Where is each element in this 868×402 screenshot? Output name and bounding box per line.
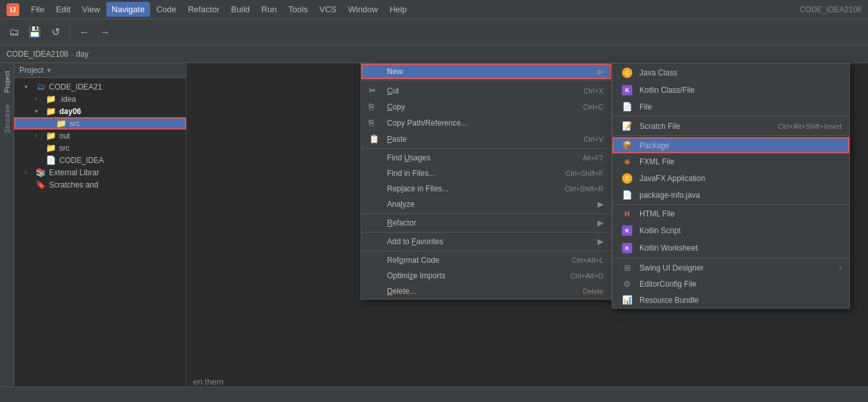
context-menu-right: C Java Class K Kotlin Class/File 📄 File … (612, 63, 850, 309)
ctx-replaceinfiles[interactable]: Replace in Files... Ctrl+Shift+R (361, 181, 611, 196)
ctx-replaceinfiles-label: Replace in Files... (387, 184, 448, 193)
ctx-package-icon: 📦 (620, 140, 634, 150)
breadcrumb-project[interactable]: CODE_IDEA2108 (6, 50, 68, 59)
tree-item-root[interactable]: ▾ 🗂 CODE_IDEA21 (14, 81, 186, 93)
src2-label: src (59, 144, 70, 153)
out-label: out (59, 131, 70, 140)
ctx-kotlinscript[interactable]: K Kotlin Script (612, 222, 849, 239)
ctx-editorconfig-icon: ⚙ (620, 279, 634, 289)
ctx-file-icon: 📄 (620, 102, 634, 111)
ctx-javafxapp-icon: C (620, 173, 634, 184)
tree-item-idea[interactable]: › 📁 .idea (14, 93, 186, 105)
ctx-paste[interactable]: 📋 Paste Ctrl+V (361, 131, 611, 147)
ctx-file[interactable]: 📄 File (612, 99, 849, 115)
ctx-reformatcode[interactable]: Reformat Code Ctrl+Alt+L (361, 253, 611, 268)
src2-folder-icon: 📁 (45, 143, 57, 153)
ctx-findinfiles[interactable]: Find in Files... Ctrl+Shift+F (361, 166, 611, 181)
ctx-kotlinclass[interactable]: K Kotlin Class/File (612, 81, 849, 99)
ctx-refactor[interactable]: Refactor ▶ (361, 215, 611, 231)
project-label: Project (19, 66, 43, 75)
menu-run[interactable]: Run (256, 2, 282, 17)
menu-edit[interactable]: Edit (51, 2, 75, 17)
menu-file[interactable]: File (26, 2, 50, 17)
menu-code[interactable]: Code (151, 2, 182, 17)
breadcrumb-module[interactable]: day (76, 50, 88, 59)
tree-item-scratches[interactable]: 🔖 Scratches and (14, 178, 186, 191)
ctx-replaceinfiles-shortcut: Ctrl+Shift+R (565, 185, 603, 193)
ctx-package[interactable]: 📦 Package (612, 137, 849, 153)
ctx-addtofav-label: Add to Favorites (387, 237, 443, 246)
window-title: CODE_IDEA2108 (800, 5, 862, 14)
ctx-findusages[interactable]: Find Usages Alt+F7 (361, 150, 611, 166)
tree-item-day06[interactable]: ▾ 📁 day06 (14, 105, 186, 117)
ctx-swingui[interactable]: ⊞ Swing UI Designer › (612, 260, 849, 276)
project-dropdown-icon[interactable]: ▾ (47, 66, 51, 75)
tree-arrow-day06: ▾ (35, 108, 45, 115)
tab-project[interactable]: Project (1, 66, 13, 98)
ctx-optimizeimports-label: Optimize Imports (387, 271, 446, 280)
idea-label: .idea (59, 95, 76, 104)
ctx-delete[interactable]: Delete... Delete (361, 283, 611, 299)
ctx-resourcebundle[interactable]: 📊 Resource Bundle (612, 292, 849, 308)
ctx-packageinfo-icon: 📄 (620, 190, 634, 200)
ctx-copypath-icon: ⎘ (369, 118, 382, 128)
tree-item-codeidea[interactable]: 📄 CODE_IDEA (14, 154, 186, 166)
breadcrumb: CODE_IDEA2108 › day (0, 45, 868, 63)
idea-folder-icon: 📁 (45, 94, 57, 104)
menu-build[interactable]: Build (226, 2, 255, 17)
ctx-analyze[interactable]: Analyze ▶ (361, 196, 611, 212)
toolbar-separator (70, 26, 70, 39)
ctx-new[interactable]: New ▶ (361, 64, 611, 79)
menu-refactor[interactable]: Refactor (183, 2, 225, 17)
ctx-addtofav[interactable]: Add to Favorites ▶ (361, 234, 611, 249)
ctx-optimizeimports[interactable]: Optimize Imports Ctrl+Alt+O (361, 268, 611, 283)
ctx-new-arrow: ▶ (598, 67, 603, 76)
save-button[interactable]: 💾 (26, 23, 44, 41)
tree-item-src-root[interactable]: 📁 src (14, 142, 186, 154)
ctx-kotlinworksheet-icon: K (620, 242, 634, 253)
ctx-copy[interactable]: ⎘ Copy Ctrl+C (361, 99, 611, 115)
ctx-javafxapp-label: JavaFX Application (639, 174, 705, 183)
tree-arrow-idea: › (35, 95, 45, 102)
open-button[interactable]: 🗂 (5, 23, 23, 41)
ctx-packageinfo[interactable]: 📄 package-info.java (612, 187, 849, 203)
menu-help[interactable]: Help (384, 2, 412, 17)
ctx-fxmlfile-label: FXML File (639, 157, 674, 166)
ctx-sep3 (361, 213, 611, 214)
ctx-htmlfile[interactable]: H HTML File (612, 206, 849, 222)
menu-window[interactable]: Window (343, 2, 383, 17)
tab-structure[interactable]: Structure (1, 99, 13, 139)
ctx-scratchfile-shortcut: Ctrl+Alt+Shift+Insert (778, 122, 842, 130)
tree-arrow-root: ▾ (24, 83, 35, 90)
ctx-copypath[interactable]: ⎘ Copy Path/Reference... (361, 115, 611, 131)
ctx-fxmlfile[interactable]: ◈ FXML File (612, 153, 849, 169)
app-logo: IJ (6, 3, 19, 16)
ctx-cut[interactable]: ✂ Cut Ctrl+X (361, 82, 611, 99)
ctx-editorconfig[interactable]: ⚙ EditorConfig File (612, 276, 849, 292)
tree-item-extlibs[interactable]: › 📚 External Librar (14, 166, 186, 178)
left-tabs: Project Structure (0, 63, 14, 402)
menu-navigate[interactable]: Navigate (106, 2, 149, 17)
ctx-javaclass-icon: C (620, 67, 634, 78)
ctx-sep4 (361, 232, 611, 233)
ctx-packageinfo-label: package-info.java (639, 191, 700, 200)
tree-item-out[interactable]: › 📁 out (14, 129, 186, 142)
ctx-javaclass[interactable]: C Java Class (612, 64, 849, 81)
src-label: src (70, 119, 80, 128)
ctx-htmlfile-label: HTML File (639, 209, 675, 218)
project-header: Project ▾ (14, 63, 186, 78)
menu-view[interactable]: View (77, 2, 105, 17)
tree-item-src-day06[interactable]: 📁 src (14, 117, 186, 129)
ctx-scratchfile[interactable]: 📝 Scratch File Ctrl+Alt+Shift+Insert (612, 118, 849, 134)
ctx-javafxapp[interactable]: C JavaFX Application (612, 169, 849, 187)
ctx-sep5 (361, 251, 611, 251)
content-area: New ▶ ✂ Cut Ctrl+X ⎘ Copy Ctrl+C ⎘ Copy … (187, 63, 868, 402)
ctx-kotlinworksheet[interactable]: K Kotlin Worksheet (612, 239, 849, 256)
reload-button[interactable]: ↺ (46, 23, 64, 41)
forward-button[interactable]: → (96, 23, 114, 41)
menu-tools[interactable]: Tools (283, 2, 313, 17)
menu-vcs[interactable]: VCS (314, 2, 342, 17)
back-button[interactable]: ← (75, 23, 93, 41)
scratches-icon: 🔖 (35, 180, 46, 189)
out-folder-icon: 📁 (45, 131, 57, 140)
